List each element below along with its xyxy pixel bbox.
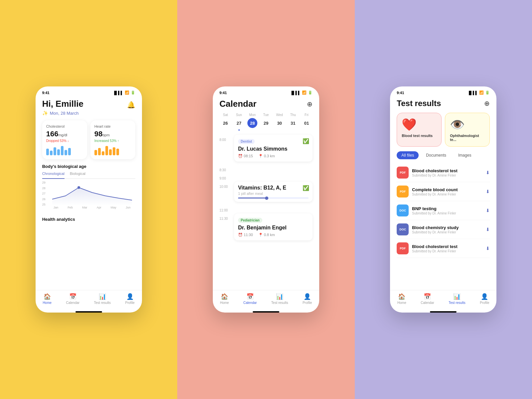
file-download-2[interactable]: ⬇: [486, 189, 490, 194]
nav-test-results[interactable]: 📊 Test results: [94, 293, 111, 305]
file-info-2: Complete blood count Submitted by Dr. Am…: [412, 187, 482, 196]
status-bar-results: 9:41 ▐▌▌▌ 📶 🔋: [390, 86, 496, 96]
nav-calendar-results[interactable]: 📅 Calendar: [421, 293, 434, 305]
day-mon: Mon 28: [246, 113, 258, 131]
filter-tabs: All files Documents Images: [397, 151, 490, 159]
home-nav-icon: 🏠: [44, 293, 51, 300]
file-info-4: Blood chemistry study Submitted by Dr. A…: [412, 225, 482, 234]
day-num-wed[interactable]: 30: [275, 118, 285, 128]
nav-profile[interactable]: 👤 Profile: [125, 293, 135, 305]
day-name-tue: Tue: [263, 113, 269, 117]
filter-all-files[interactable]: All files: [397, 151, 419, 159]
status-icons-results: ▐▌▌▌ 📶 🔋: [467, 90, 490, 95]
cal-add-icon[interactable]: ⊕: [307, 100, 313, 108]
day-num-sun[interactable]: 27: [234, 118, 244, 128]
nav-calendar-cal[interactable]: 📅 Calendar: [243, 293, 257, 305]
day-num-fri[interactable]: 01: [302, 118, 312, 128]
vitamin-name: Vitamins: B12, A, E: [238, 185, 309, 191]
cholesterol-change: Dropped 53% ↓: [46, 139, 83, 143]
signal-icon-results: ▐▌▌▌: [467, 91, 478, 95]
nav-profile-label-cal: Profile: [303, 301, 312, 305]
signal-icon: ▐▌▌▌: [113, 91, 123, 95]
file-download-4[interactable]: ⬇: [486, 227, 490, 232]
tl-content-1130: Pediatrician Dr. Benjamin Engel ⏰ 11:30 …: [234, 213, 313, 242]
greeting-row: Hi, Emillie 🔔: [42, 96, 135, 109]
file-icon-pdf-2: PDF: [397, 186, 409, 198]
day-num-sat[interactable]: 26: [220, 118, 230, 128]
vitamin-check: ✅: [303, 185, 309, 191]
bio-age-section: Body's biological age Chronological Biol…: [42, 164, 135, 211]
status-time-cal: 9:41: [219, 91, 227, 95]
day-name-wed: Wed: [276, 113, 283, 117]
cholesterol-card: Cholesterol 166mg/dl Dropped 53% ↓: [42, 120, 87, 159]
day-num-thu[interactable]: 31: [288, 118, 298, 128]
file-item-1: PDF Blood cholesterol test Submitted by …: [397, 163, 490, 182]
nav-calendar[interactable]: 📅 Calendar: [66, 293, 80, 305]
day-sun: Sun 27: [233, 113, 245, 131]
day-num-mon[interactable]: 28: [247, 118, 257, 128]
folder-ophthalmologist[interactable]: 👁️ Ophthalmologist te...: [445, 113, 490, 147]
wifi-icon-cal: 📶: [302, 90, 307, 95]
day-name-thu: Thu: [290, 113, 296, 117]
blood-test-folder-name: Blood test results: [402, 134, 433, 138]
nav-profile-label: Profile: [125, 301, 135, 305]
day-thu: Thu 31: [287, 113, 299, 131]
filter-documents[interactable]: Documents: [421, 151, 451, 159]
home-bar-cal: [253, 311, 279, 313]
home-bar: [75, 311, 102, 313]
file-download-1[interactable]: ⬇: [486, 170, 490, 175]
file-sub-1: Submitted by Dr. Amine Finler: [412, 174, 482, 177]
file-list: PDF Blood cholesterol test Submitted by …: [397, 163, 490, 258]
cholesterol-label: Cholesterol: [46, 124, 83, 128]
profile-icon-results: 👤: [481, 293, 488, 300]
day-name-sun: Sun: [236, 113, 242, 117]
status-time: 9:41: [42, 91, 50, 95]
folder-blood-test[interactable]: ❤️ Blood test results: [397, 113, 442, 147]
nav-test-results-results[interactable]: 📊 Test results: [449, 293, 466, 305]
filter-images[interactable]: Images: [454, 151, 476, 159]
pediatrician-distance: 📍 0.8 km: [258, 233, 275, 237]
nav-profile-results[interactable]: 👤 Profile: [480, 293, 489, 305]
test-icon-results: 📊: [453, 293, 461, 300]
vitamin-progress-fill: [238, 198, 266, 199]
tab-chronological[interactable]: Chronological: [42, 172, 65, 179]
bottom-nav-cal: 🏠 Home 📅 Calendar 📊 Test results 👤 Profi…: [213, 290, 319, 309]
vitamin-card: ✅ Vitamins: B12, A, E 1 pill after meal: [234, 182, 313, 202]
folder-cards: ❤️ Blood test results 👁️ Ophthalmologist…: [397, 113, 490, 147]
file-sub-2: Submitted by Dr. Amine Finler: [412, 193, 482, 196]
tl-time-830: 8:30: [219, 165, 234, 172]
results-title: Test results: [397, 99, 441, 108]
status-icons-cal: ▐▌▌▌ 📶 🔋: [290, 90, 313, 95]
nav-home[interactable]: 🏠 Home: [43, 293, 52, 305]
pediatrician-tag: Pediatrician: [238, 218, 262, 223]
file-sub-5: Submitted by Dr. Amine Finler: [412, 249, 482, 253]
test-icon-cal: 📊: [276, 293, 283, 300]
nav-test-label-results: Test results: [449, 301, 466, 305]
nav-home-cal[interactable]: 🏠 Home: [220, 293, 229, 305]
file-download-3[interactable]: ⬇: [486, 208, 490, 213]
pediatrician-meta: ⏰ 11:30 📍 0.8 km: [238, 233, 309, 237]
bottom-nav-home: 🏠 Home 📅 Calendar 📊 Test results 👤 Profi…: [36, 290, 142, 309]
tab-biological[interactable]: Biological: [70, 172, 85, 177]
heart-rate-value: 98bpm: [94, 130, 131, 138]
nav-home-label-results: Home: [397, 301, 406, 305]
results-add-icon[interactable]: ⊕: [484, 99, 490, 107]
nav-profile-cal[interactable]: 👤 Profile: [303, 293, 312, 305]
file-icon-doc-1: DOC: [397, 204, 409, 216]
tl-time-1130: 11:30: [219, 213, 234, 220]
file-download-5[interactable]: ⬇: [486, 246, 490, 251]
battery-icon-results: 🔋: [485, 90, 490, 95]
file-item-4: DOC Blood chemistry study Submitted by D…: [397, 220, 490, 239]
nav-home-results[interactable]: 🏠 Home: [397, 293, 406, 305]
file-item-3: DOC BNP testing Submitted by Dr. Amine F…: [397, 201, 490, 220]
day-wed: Wed 30: [274, 113, 286, 131]
day-num-tue[interactable]: 29: [261, 118, 271, 128]
nav-test-cal[interactable]: 📊 Test results: [271, 293, 288, 305]
cholesterol-value: 166mg/dl: [46, 130, 83, 138]
bell-icon[interactable]: 🔔: [127, 101, 135, 109]
nav-test-label: Test results: [94, 301, 111, 305]
home-icon-cal: 🏠: [221, 293, 228, 300]
file-name-1: Blood cholesterol test: [412, 168, 482, 173]
pediatrician-event-card: Pediatrician Dr. Benjamin Engel ⏰ 11:30 …: [234, 213, 313, 240]
phone-home: 9:41 ▐▌▌▌ 📶 🔋 Hi, Emillie 🔔 ✨ Mon, 28 Ma…: [36, 86, 142, 313]
